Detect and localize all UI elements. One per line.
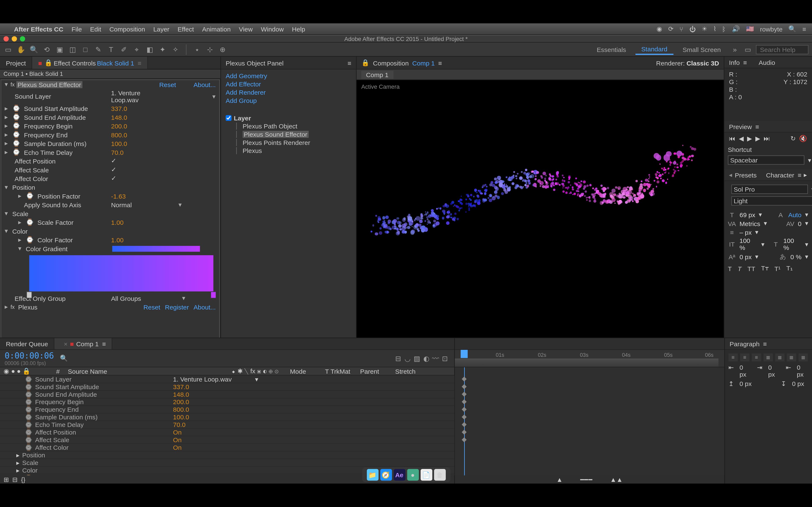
comp-mini-icon[interactable]: ⊟ bbox=[394, 354, 403, 363]
camera-tool-icon[interactable]: ▣ bbox=[55, 45, 64, 54]
zoom-in-icon[interactable]: ▲▲ bbox=[610, 476, 623, 483]
tab-project[interactable]: Project bbox=[0, 57, 32, 69]
effect-name[interactable]: Plexus Sound Effector bbox=[16, 81, 82, 88]
toggle-in-out-icon[interactable]: {} bbox=[21, 476, 26, 483]
menu-help[interactable]: Help bbox=[292, 25, 305, 32]
subscript-icon[interactable]: T₁ bbox=[786, 265, 793, 272]
type-tool-icon[interactable]: T bbox=[106, 45, 116, 54]
justify-all-icon[interactable]: ≣ bbox=[799, 353, 808, 362]
time-ruler[interactable]: 01s 02s 03s 04s 05s 06s bbox=[455, 350, 724, 368]
roto-tool-icon[interactable]: ✦ bbox=[158, 45, 167, 54]
timeline-row[interactable]: ⌚Sound Start Amplitude337.0 bbox=[0, 383, 454, 391]
layer-visibility-check[interactable] bbox=[225, 115, 232, 121]
param-end-amp[interactable]: 148.0 bbox=[111, 114, 127, 121]
vscale[interactable]: 100 % bbox=[740, 237, 758, 251]
twirl-p0[interactable]: ▸ bbox=[5, 105, 11, 112]
pen-tool-icon[interactable]: ✎ bbox=[94, 45, 103, 54]
bluetooth-icon[interactable]: ᛒ bbox=[722, 25, 726, 32]
record-icon[interactable]: ◉ bbox=[657, 25, 662, 33]
faux-bold-icon[interactable]: T bbox=[728, 265, 732, 272]
workspace-more-icon[interactable]: » bbox=[730, 45, 740, 54]
local-axis-icon[interactable]: ⭑ bbox=[192, 45, 202, 54]
tab-paragraph[interactable]: Paragraph bbox=[729, 340, 760, 347]
tab-effect-controls[interactable]: ■ 🔒 Effect Controls Black Solid 1 ≡ bbox=[32, 57, 148, 69]
tab-info[interactable]: Info bbox=[729, 59, 740, 66]
timeline-row[interactable]: ⌚Sound Layer1. Venture Loop.wav ▾ bbox=[0, 376, 454, 383]
dock-ae-icon[interactable]: Ae bbox=[394, 469, 405, 481]
viewer-lock-icon[interactable]: 🔒 bbox=[361, 59, 370, 66]
effect-group-dropdown[interactable]: All Groups▾ bbox=[111, 294, 186, 302]
faux-italic-icon[interactable]: T bbox=[738, 265, 742, 272]
reset-button[interactable]: Reset bbox=[159, 81, 176, 88]
affect-scale-check[interactable]: ✓ bbox=[111, 166, 116, 173]
wifi-icon[interactable]: ⌇ bbox=[713, 25, 716, 33]
timeline-row[interactable]: ⌚Affect PositionOn bbox=[0, 429, 454, 436]
reset2-button[interactable]: Reset bbox=[143, 303, 160, 310]
color-factor[interactable]: 1.00 bbox=[111, 236, 123, 243]
param-sample-dur[interactable]: 100.0 bbox=[111, 140, 127, 147]
zoom-slider[interactable]: ━━━ bbox=[580, 476, 593, 483]
effect2-name[interactable]: Plexus bbox=[18, 303, 38, 310]
gradient-stop-right[interactable] bbox=[210, 291, 216, 298]
hscale[interactable]: 100 % bbox=[783, 237, 801, 251]
baseline-shift[interactable]: 0 px bbox=[740, 253, 752, 260]
comp-subtab[interactable]: Comp 1 bbox=[361, 70, 393, 78]
position-factor[interactable]: -1.63 bbox=[111, 192, 125, 200]
sound-layer-dropdown[interactable]: 1. Venture Loop.wav▾ bbox=[111, 89, 216, 103]
align-left-icon[interactable]: ≡ bbox=[728, 353, 738, 362]
align-center-icon[interactable]: ≡ bbox=[740, 353, 749, 362]
register-button[interactable]: Register bbox=[165, 303, 189, 310]
affect-color-check[interactable]: ✓ bbox=[111, 175, 116, 182]
tree-points-renderer[interactable]: Plexus Points Renderer bbox=[243, 139, 310, 146]
spotlight-icon[interactable]: 🔍 bbox=[788, 25, 797, 33]
param-echo[interactable]: 70.0 bbox=[111, 149, 123, 156]
tab-preview[interactable]: Preview bbox=[729, 123, 752, 130]
motion-blur-icon[interactable]: ◐ bbox=[421, 354, 431, 363]
smallcaps-icon[interactable]: Tᴛ bbox=[761, 265, 768, 272]
menu-edit[interactable]: Edit bbox=[90, 25, 101, 32]
menu-file[interactable]: File bbox=[71, 25, 82, 32]
timeline-row[interactable]: ⌚Affect ScaleOn bbox=[0, 436, 454, 444]
superscript-icon[interactable]: T¹ bbox=[774, 265, 780, 272]
gradient-editor[interactable] bbox=[29, 255, 213, 291]
leading[interactable]: Auto bbox=[788, 211, 802, 218]
timeline-row[interactable]: ⌚Affect ColorOn bbox=[0, 444, 454, 451]
scale-factor[interactable]: 1.00 bbox=[111, 219, 123, 226]
playhead[interactable] bbox=[461, 350, 468, 358]
menubar[interactable]: After Effects CC File Edit Composition L… bbox=[0, 23, 812, 35]
first-frame-icon[interactable]: ⏮ bbox=[729, 135, 735, 143]
add-group-button[interactable]: Add Group bbox=[225, 96, 351, 105]
orbit-tool-icon[interactable]: ⟲ bbox=[42, 45, 51, 54]
world-axis-icon[interactable]: ⊹ bbox=[205, 45, 214, 54]
next-frame-icon[interactable]: ▶ bbox=[755, 135, 760, 143]
menu-window[interactable]: Window bbox=[261, 25, 284, 32]
tree-plexus[interactable]: Plexus bbox=[243, 147, 262, 154]
tsume[interactable]: 0 % bbox=[791, 253, 801, 260]
timeline-row[interactable]: ⌚Frequency End800.0 bbox=[0, 406, 454, 413]
shy-icon[interactable]: ◡ bbox=[403, 354, 412, 363]
eraser-tool-icon[interactable]: ◧ bbox=[145, 45, 154, 54]
graph-editor-icon[interactable]: 〰 bbox=[431, 354, 440, 363]
gradient-preview[interactable] bbox=[112, 246, 200, 251]
stroke-width[interactable]: – px bbox=[740, 229, 752, 235]
font-dropdown[interactable] bbox=[731, 185, 808, 194]
dock-doc-icon[interactable]: 📄 bbox=[420, 469, 432, 481]
allcaps-icon[interactable]: TT bbox=[747, 265, 755, 272]
dock-finder-icon[interactable]: 📁 bbox=[366, 469, 378, 481]
timeline-graph[interactable] bbox=[455, 368, 724, 475]
timeline-row[interactable]: ⌚Sample Duration (ms)100.0 bbox=[0, 413, 454, 421]
align-right-icon[interactable]: ≡ bbox=[752, 353, 761, 362]
affect-position-check[interactable]: ✓ bbox=[111, 157, 116, 165]
zoom-out-icon[interactable]: ▲ bbox=[556, 476, 563, 483]
pan-behind-tool-icon[interactable]: ◫ bbox=[68, 45, 77, 54]
timeline-row[interactable]: ▸Position bbox=[0, 451, 454, 459]
justify-left-icon[interactable]: ≣ bbox=[764, 353, 773, 362]
tab-presets[interactable]: Presets bbox=[735, 171, 757, 178]
dock-trash-icon[interactable]: 🗑 bbox=[434, 469, 445, 481]
renderer-button[interactable]: Classic 3D bbox=[687, 59, 719, 66]
tab-character[interactable]: Character bbox=[766, 171, 794, 178]
tab-comp1-timeline[interactable]: ×■Comp 1≡ bbox=[55, 338, 112, 349]
power-icon[interactable]: ⏻ bbox=[689, 25, 696, 32]
kerning[interactable]: Metrics bbox=[740, 220, 760, 227]
apply-axis-dropdown[interactable]: Normal▾ bbox=[111, 201, 182, 209]
